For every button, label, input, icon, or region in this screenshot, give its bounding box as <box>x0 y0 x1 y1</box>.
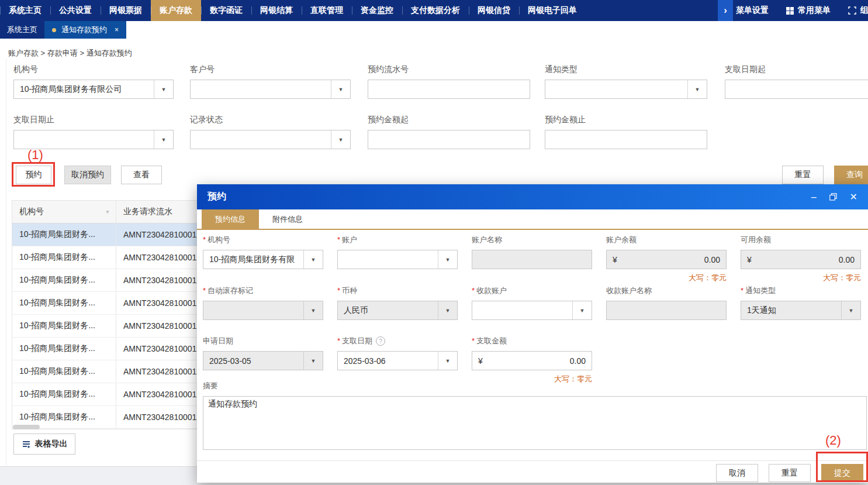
field-modal-summary: 摘要 通知存款预约 <box>203 381 867 452</box>
cancel-reserve-button[interactable]: 取消预约 <box>64 166 111 184</box>
modal-cancel-button[interactable]: 取消 <box>716 464 758 482</box>
nav-item[interactable]: 系统主页 <box>0 0 50 21</box>
field-modal-available: 可用余额 ¥ 0.00 大写：零元 <box>741 235 861 283</box>
reserve-serial-input[interactable] <box>368 80 530 99</box>
help-icon[interactable]: ? <box>376 336 385 346</box>
modal-tab[interactable]: 附件信息 <box>259 209 316 229</box>
nav-item-label: 网银票据 <box>109 5 142 16</box>
nav-item[interactable]: 账户存款 <box>151 0 201 21</box>
minimize-icon[interactable]: – <box>811 192 817 202</box>
modal-notice-type-select[interactable]: 1天通知 ▼ <box>741 301 861 320</box>
currency-symbol: ¥ <box>747 255 752 264</box>
org-no-select[interactable]: 10-招商局集团财务有限公司 ▼ <box>13 80 174 99</box>
window-controls: – ✕ <box>811 191 857 202</box>
tab-home[interactable]: 系统主页 <box>0 21 44 39</box>
draw-date-select[interactable]: 2025-03-06 ▼ <box>337 351 458 370</box>
field-label: 收款账户 <box>476 286 507 296</box>
reserve-button[interactable]: 预约 <box>16 166 51 184</box>
filter-caret-icon[interactable]: ▼ <box>105 209 110 215</box>
customer-no-select[interactable]: ▼ <box>190 80 351 99</box>
close-icon[interactable]: ✕ <box>850 191 857 202</box>
required-mark: * <box>741 288 743 294</box>
modal-reset-button[interactable]: 重置 <box>769 464 811 482</box>
draw-date-from-input[interactable] <box>725 80 868 99</box>
field-modal-payee-name: 收款账户名称 <box>606 286 727 320</box>
common-menu-button[interactable]: 常用菜单 <box>777 5 839 16</box>
column-header-org[interactable]: 机构号 ▼ <box>12 201 116 223</box>
available-caption: 大写：零元 <box>741 273 861 283</box>
record-status-select[interactable]: ▼ <box>190 130 351 149</box>
fullscreen-button[interactable]: 组 <box>839 5 868 16</box>
nav-item[interactable]: 直联管理 <box>302 0 352 21</box>
annotation-step1: (1) <box>27 147 43 163</box>
currency-symbol: ¥ <box>478 356 483 366</box>
chevron-down-icon: ▼ <box>154 130 173 149</box>
nav-item[interactable]: 网银信贷 <box>469 0 519 21</box>
chevron-down-icon: ▼ <box>438 250 457 269</box>
nav-item-label: 支付数据分析 <box>411 5 460 16</box>
query-button[interactable]: 查询 <box>834 166 868 184</box>
nav-right-group: 菜单设置 常用菜单 组 <box>727 0 868 21</box>
currency-select: 人民币 ▼ <box>337 301 458 320</box>
field-label: 通知类型 <box>545 64 707 75</box>
chevron-down-icon: ▼ <box>687 80 707 98</box>
table-export-button[interactable]: 表格导出 <box>13 434 75 455</box>
cell-org: 10-招商局集团财务... <box>12 223 116 246</box>
field-label: 账户余额 <box>606 235 637 245</box>
modal-org-select[interactable]: 10-招商局集团财务有限 ▼ <box>203 250 323 269</box>
field-label: 预约金额起 <box>368 115 530 125</box>
nav-item-label: 资金监控 <box>361 5 393 16</box>
modal-submit-button[interactable]: 提交 <box>821 464 863 482</box>
chevron-down-icon: ▼ <box>438 301 457 319</box>
modal-account-select[interactable]: ▼ <box>337 250 458 269</box>
nav-item[interactable]: 数字函证 <box>201 0 251 21</box>
nav-item-label: 网银电子回单 <box>528 5 577 16</box>
notice-type-select[interactable]: ▼ <box>545 80 707 99</box>
required-mark: * <box>337 237 340 243</box>
view-button[interactable]: 查看 <box>121 166 162 184</box>
horizontal-scrollbar-thumb[interactable] <box>13 425 40 429</box>
cell-org: 10-招商局集团财务... <box>12 246 116 269</box>
nav-item-label: 系统主页 <box>9 5 42 16</box>
field-label: 账户 <box>342 235 357 245</box>
field-label: 摘要 <box>203 381 218 391</box>
nav-item[interactable]: 资金监控 <box>352 0 402 21</box>
menu-settings-button[interactable]: 菜单设置 <box>727 5 777 16</box>
nav-item-label: 公共设置 <box>59 5 92 16</box>
reset-button[interactable]: 重置 <box>782 166 824 184</box>
restore-icon[interactable] <box>829 193 837 201</box>
currency-symbol: ¥ <box>613 255 617 264</box>
modal-tab-bar: 预约信息 附件信息 <box>197 209 868 230</box>
amount-from-input[interactable] <box>368 130 530 149</box>
modal-tab-label: 预约信息 <box>215 214 245 225</box>
tab-notice-deposit[interactable]: 通知存款预约 × <box>44 21 126 39</box>
tab-modified-dot-icon <box>52 28 56 32</box>
field-label: 通知类型 <box>745 286 776 296</box>
nav-item-label: 数字函证 <box>210 5 243 16</box>
nav-item[interactable]: 公共设置 <box>50 0 101 21</box>
panel-left-border <box>6 59 6 466</box>
tab-close-icon[interactable]: × <box>115 26 119 34</box>
nav-item-label: 直联管理 <box>310 5 343 16</box>
field-record-status: 记录状态 ▼ <box>190 115 351 149</box>
chevron-down-icon: ▼ <box>331 130 350 149</box>
select-value: 1天通知 <box>741 305 776 316</box>
field-label: 机构号 <box>13 64 174 75</box>
required-mark: * <box>337 288 340 294</box>
draw-amount-input[interactable]: ¥ 0.00 <box>472 351 592 370</box>
nav-item[interactable]: 网银票据 <box>101 0 151 21</box>
amount-to-input[interactable] <box>545 130 707 149</box>
modal-tab[interactable]: 预约信息 <box>202 209 259 229</box>
payee-account-select[interactable]: ▼ <box>472 301 592 320</box>
nav-item[interactable]: 网银电子回单 <box>519 0 586 21</box>
chevron-down-icon: ▼ <box>438 352 457 370</box>
chevron-down-icon: ▼ <box>303 250 323 269</box>
nav-item[interactable]: 网银结算 <box>251 0 302 21</box>
chevron-down-icon: ▼ <box>841 301 860 319</box>
summary-textarea[interactable]: 通知存款预约 <box>203 396 867 450</box>
field-draw-date-to: 支取日期止 ▼ <box>13 115 174 149</box>
draw-date-to-select[interactable]: ▼ <box>13 130 174 149</box>
chevron-down-icon: ▼ <box>303 352 323 370</box>
nav-item[interactable]: 支付数据分析 <box>402 0 469 21</box>
menu-settings-label: 菜单设置 <box>736 5 769 16</box>
